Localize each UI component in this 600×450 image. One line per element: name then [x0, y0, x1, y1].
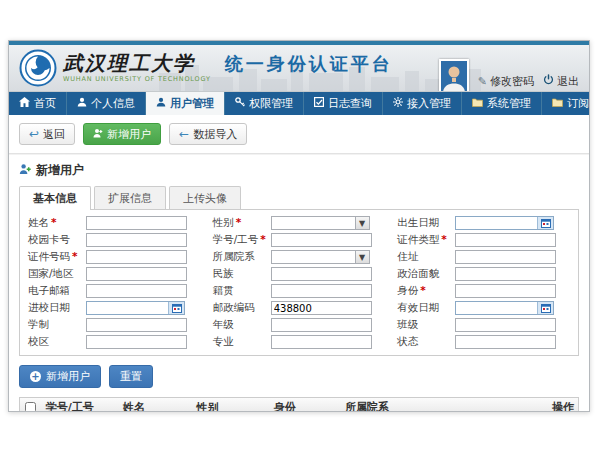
form-field: 校园卡号: [22, 233, 207, 247]
back-button[interactable]: ↩ 返回: [19, 123, 75, 145]
form-field: 专业: [207, 335, 392, 349]
calendar-icon[interactable]: [537, 217, 553, 229]
data-import-button[interactable]: ← 数据导入: [169, 123, 247, 145]
section-title: 新增用户: [36, 162, 84, 179]
field-label: 出生日期: [391, 216, 455, 230]
field-label: 有效日期: [391, 301, 455, 315]
university-logo: [19, 49, 57, 91]
field-label: 电子邮箱: [22, 284, 86, 298]
tab-basic-info[interactable]: 基本信息: [19, 186, 91, 210]
select-all-checkbox[interactable]: [25, 402, 36, 412]
class-field[interactable]: [455, 318, 556, 332]
form-field: 进校日期: [22, 301, 207, 315]
nav-item-log-query[interactable]: 日志查询: [304, 92, 383, 115]
header-user-area: ✎ 修改密码 退出: [439, 53, 579, 92]
avatar: [439, 59, 469, 92]
person-icon: [77, 97, 87, 110]
id-number-field[interactable]: [86, 250, 187, 264]
home-icon: [19, 97, 30, 110]
university-name-en: WUHAN UNIVERSITY OF TECHNOLOGY: [63, 75, 211, 83]
required-marker: *: [51, 216, 57, 228]
id-type-field[interactable]: [455, 233, 556, 247]
column-header-identity: 身份: [270, 400, 341, 412]
education-length-field[interactable]: [86, 318, 187, 332]
table-header-row: 学号/工号 姓名 性别 身份 所属院系 操作: [20, 398, 578, 412]
grade-field[interactable]: [271, 318, 372, 332]
nav-item-user-management[interactable]: 用户管理: [146, 92, 225, 115]
nav-item-access-management[interactable]: 接入管理: [383, 92, 462, 115]
form-field: 政治面貌: [391, 267, 576, 281]
form-field: 姓名*: [22, 216, 207, 230]
nav-item-system-management[interactable]: 系统管理: [462, 92, 542, 115]
basic-info-form: 姓名* 性别* ▼ 出生日期 校园卡号 学号/工号* 证件类型*: [19, 209, 579, 356]
required-marker: *: [441, 233, 447, 245]
nav-item-subscription-management[interactable]: 订阅管理: [542, 92, 590, 115]
user-table: 学号/工号 姓名 性别 身份 所属院系 操作: [19, 397, 579, 412]
logout-link[interactable]: 退出: [543, 74, 579, 89]
chevron-down-icon: ▼: [355, 217, 369, 229]
campus-card-field[interactable]: [86, 233, 187, 247]
action-toolbar: ↩ 返回 新增用户 ← 数据导入: [9, 115, 589, 154]
form-field: 民族: [207, 267, 392, 281]
name-field[interactable]: [86, 216, 187, 230]
tab-upload-avatar[interactable]: 上传头像: [169, 186, 241, 209]
university-name: 武汉理工大学: [63, 52, 211, 74]
pencil-icon: ✎: [478, 75, 487, 88]
required-marker: *: [260, 233, 266, 245]
back-arrow-icon: ↩: [29, 129, 39, 139]
form-field: 学制: [22, 318, 207, 332]
submit-add-user-button[interactable]: + 新增用户: [19, 365, 101, 388]
form-field: 身份*: [391, 284, 576, 298]
change-password-link[interactable]: ✎ 修改密码: [478, 74, 534, 89]
gender-select[interactable]: ▼: [271, 216, 370, 230]
add-user-toolbar-button[interactable]: 新增用户: [83, 123, 161, 145]
ethnicity-field[interactable]: [271, 267, 372, 281]
country-region-field[interactable]: [86, 267, 187, 281]
entry-date-field[interactable]: [87, 302, 168, 314]
field-label: 进校日期: [22, 301, 86, 315]
email-field[interactable]: [86, 284, 187, 298]
checklist-icon: [314, 97, 324, 110]
field-label: 国家/地区: [22, 267, 86, 281]
column-header-department: 所属院系: [341, 400, 548, 412]
nav-item-personal-info[interactable]: 个人信息: [67, 92, 146, 115]
import-arrow-icon: ←: [179, 129, 189, 139]
form-field: 邮政编码: [207, 301, 392, 315]
student-id-field[interactable]: [271, 233, 372, 247]
form-field: 学号/工号*: [207, 233, 392, 247]
field-label: 政治面貌: [391, 267, 455, 281]
birth-date-field[interactable]: [456, 217, 537, 229]
political-status-field[interactable]: [455, 267, 556, 281]
calendar-icon[interactable]: [168, 302, 184, 314]
status-field[interactable]: [455, 335, 556, 349]
major-field[interactable]: [271, 335, 372, 349]
calendar-icon[interactable]: [537, 302, 553, 314]
form-field: 证件类型*: [391, 233, 576, 247]
form-field: 住址: [391, 250, 576, 264]
native-place-field[interactable]: [271, 284, 372, 298]
app-window: 武汉理工大学 WUHAN UNIVERSITY OF TECHNOLOGY 统一…: [8, 40, 590, 412]
page-title: 统一身份认证平台: [225, 52, 393, 76]
field-label: 所属院系: [207, 250, 271, 264]
identity-field[interactable]: [455, 284, 556, 298]
field-label: 证件号码*: [22, 250, 86, 264]
required-marker: *: [420, 284, 426, 296]
postal-code-field[interactable]: [271, 301, 372, 315]
tab-extended-info[interactable]: 扩展信息: [94, 186, 166, 209]
field-label: 邮政编码: [207, 301, 271, 315]
form-field: 班级: [391, 318, 576, 332]
screenshot-canvas: 武汉理工大学 WUHAN UNIVERSITY OF TECHNOLOGY 统一…: [0, 0, 600, 450]
nav-item-permission-management[interactable]: 权限管理: [225, 92, 304, 115]
nav-item-home[interactable]: 首页: [9, 92, 67, 115]
address-field[interactable]: [455, 250, 556, 264]
reset-button[interactable]: 重置: [109, 365, 153, 388]
form-field: 出生日期: [391, 216, 576, 230]
form-field: 性别* ▼: [207, 216, 392, 230]
user-icon: [156, 97, 166, 110]
field-label: 班级: [391, 318, 455, 332]
campus-field[interactable]: [86, 335, 187, 349]
add-user-section-icon: [19, 163, 31, 178]
department-select[interactable]: ▼: [271, 250, 370, 264]
valid-date-field[interactable]: [456, 302, 537, 314]
form-field: 籍贯: [207, 284, 392, 298]
